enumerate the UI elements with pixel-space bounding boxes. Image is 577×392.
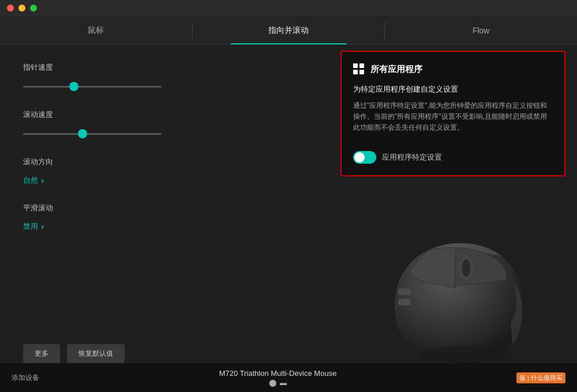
bottom-controls: 更多 恢复默认值 [0,344,219,363]
mouse-image [381,231,542,363]
smooth-scroll-dropdown[interactable]: 禁用 ∨ [23,221,196,232]
device-icons: ⬤ ▬ [269,379,287,387]
tab-scroll[interactable]: 指向并滚动 [193,16,385,44]
watermark-area: 值 | 什么值得买 [516,372,565,383]
svg-point-1 [463,260,470,276]
left-panel: 指针速度 滚动速度 滚动方向 自然 ∨ [0,45,219,363]
scroll-speed-label: 滚动速度 [23,110,196,120]
app-specific-popup: 所有应用程序 为特定应用程序创建自定义设置 通过"应用程序特定设置",能为您所钟… [340,51,565,176]
scroll-speed-track [23,133,162,135]
scroll-speed-slider[interactable] [23,128,162,140]
toggle-label: 应用程序特定设置 [382,152,442,163]
titlebar [0,0,577,16]
more-button[interactable]: 更多 [23,344,60,363]
svg-point-4 [420,346,512,363]
apps-grid-icon [353,63,365,75]
add-device-button[interactable]: 添加设备 [12,373,39,383]
tabbar: 鼠标 指向并滚动 Flow [0,16,577,45]
pointer-speed-row: 指针速度 [23,62,196,92]
close-button[interactable] [7,5,14,12]
smooth-scroll-row: 平滑滚动 禁用 ∨ [23,203,196,232]
smooth-scroll-label: 平滑滚动 [23,203,196,213]
toggle-row: 应用程序特定设置 [353,151,553,164]
popup-header: 所有应用程序 [353,63,553,75]
minimize-button[interactable] [18,5,25,12]
pointer-speed-slider[interactable] [23,81,162,92]
chevron-down-icon-2: ∨ [40,224,44,230]
device-name: M720 Triathlon Multi-Device Mouse [219,369,337,378]
chevron-down-icon: ∨ [40,178,44,184]
mouse-image-area [346,213,577,363]
scroll-direction-label: 滚动方向 [23,157,196,167]
scroll-speed-row: 滚动速度 [23,110,196,140]
pointer-speed-thumb[interactable] [69,82,78,91]
bluetooth-icon: ⬤ [269,379,276,387]
pointer-speed-track [23,86,162,88]
scroll-speed-thumb[interactable] [78,129,87,138]
tab-mouse[interactable]: 鼠标 [0,16,192,44]
main-content: 指针速度 滚动速度 滚动方向 自然 ∨ [0,45,577,363]
popup-subtitle: 为特定应用程序创建自定义设置 [353,84,553,95]
maximize-button[interactable] [30,5,37,12]
svg-rect-3 [398,299,411,306]
watermark-badge: 值 | 什么值得买 [516,372,565,383]
app-specific-toggle[interactable] [353,151,376,164]
toggle-knob [354,152,365,163]
reset-button[interactable]: 恢复默认值 [67,344,125,363]
pointer-speed-label: 指针速度 [23,62,196,73]
popup-title: 所有应用程序 [370,64,422,75]
svg-rect-2 [398,288,411,295]
footer: 添加设备 M720 Triathlon Multi-Device Mouse ⬤… [0,363,577,392]
battery-icon: ▬ [280,379,287,387]
popup-description: 通过"应用程序特定设置",能为您所钟爱的应用程序自定义按钮和操作。当前的"所有应… [353,100,553,134]
scroll-direction-dropdown[interactable]: 自然 ∨ [23,175,196,186]
device-info: M720 Triathlon Multi-Device Mouse ⬤ ▬ [39,369,516,387]
scroll-direction-row: 滚动方向 自然 ∨ [23,157,196,186]
tab-flow[interactable]: Flow [385,16,577,44]
